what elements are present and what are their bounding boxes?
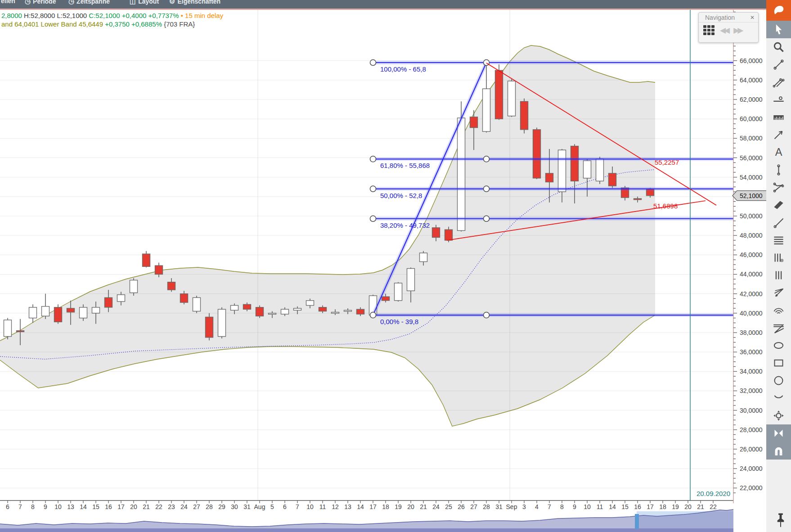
candle-body[interactable]: [42, 307, 49, 316]
candle-body[interactable]: [596, 159, 604, 181]
close-icon[interactable]: ✕: [750, 14, 755, 21]
compare-tool-icon[interactable]: [766, 424, 791, 442]
move-tool-icon[interactable]: [766, 407, 791, 424]
candle-body[interactable]: [206, 317, 213, 337]
candle-body[interactable]: [357, 309, 364, 314]
candle-body[interactable]: [306, 301, 314, 306]
candle-body[interactable]: [584, 161, 591, 178]
cursor-tool-icon[interactable]: [766, 21, 791, 38]
trend-arrow-tool-icon[interactable]: [766, 126, 791, 144]
candle-body[interactable]: [495, 70, 503, 119]
menu-item-layout[interactable]: ◫Layout: [130, 0, 159, 5]
candle-body[interactable]: [445, 230, 453, 240]
navigate-back-button[interactable]: ◀◀: [720, 26, 728, 35]
candle-body[interactable]: [193, 298, 201, 311]
date-axis-label: 18: [382, 503, 389, 510]
crossed-lines-tool-icon[interactable]: [766, 179, 791, 196]
candle-body[interactable]: [54, 307, 62, 322]
fib-handle[interactable]: [370, 60, 376, 66]
candle-body[interactable]: [634, 198, 642, 200]
candle-body[interactable]: [243, 304, 251, 309]
ruler-tool-icon[interactable]: [766, 108, 791, 126]
candle-body[interactable]: [218, 309, 226, 336]
zoom-tool-icon[interactable]: [766, 38, 791, 56]
candle-body[interactable]: [432, 228, 440, 238]
candle-body[interactable]: [395, 283, 402, 301]
magnet-tool-icon[interactable]: [766, 442, 791, 460]
ellipse-tool-icon[interactable]: [766, 337, 791, 354]
trendline-tool-icon[interactable]: [766, 56, 791, 73]
candle-body[interactable]: [319, 307, 327, 311]
fan-tool-icon[interactable]: [766, 284, 791, 302]
speed-lines-tool-icon[interactable]: [766, 319, 791, 337]
navigate-forward-button[interactable]: ▶▶: [733, 26, 742, 35]
price-axis-label: 40,0000: [740, 310, 763, 317]
candle-body[interactable]: [558, 150, 566, 192]
candle-body[interactable]: [117, 295, 125, 302]
fib-handle[interactable]: [370, 216, 376, 221]
candle-body[interactable]: [231, 306, 238, 311]
candle-body[interactable]: [470, 117, 478, 128]
fib-handle[interactable]: [484, 216, 490, 221]
fib-handle[interactable]: [370, 186, 376, 192]
candle-body[interactable]: [546, 173, 553, 182]
candle-body[interactable]: [168, 282, 175, 290]
horizontal-line-tool-icon[interactable]: [766, 91, 791, 108]
info-text-segment: {703 FRA}: [162, 20, 195, 28]
candle-body[interactable]: [344, 310, 352, 311]
candle-body[interactable]: [143, 254, 150, 266]
navigator-handle[interactable]: [635, 514, 639, 529]
candle-body[interactable]: [105, 298, 112, 307]
candle-body[interactable]: [269, 313, 276, 315]
date-axis-label: 17: [369, 503, 377, 510]
candle-body[interactable]: [458, 118, 465, 230]
candle-body[interactable]: [332, 312, 339, 314]
menu-item-eigenschaften[interactable]: ⚙Eigenschaften: [169, 0, 220, 5]
fib-handle[interactable]: [484, 156, 490, 162]
candle-body[interactable]: [4, 320, 12, 337]
candle-body[interactable]: [609, 173, 616, 186]
menu-item-zeitspanne[interactable]: ◷Zeitspanne: [68, 0, 110, 5]
candle-body[interactable]: [92, 307, 100, 313]
vertical-lines-tool-icon[interactable]: [766, 266, 791, 284]
pin-icon[interactable]: [774, 512, 787, 529]
fib-handle[interactable]: [370, 312, 376, 318]
rectangle-tool-icon[interactable]: [766, 354, 791, 372]
parallel-lines-tool-icon[interactable]: [766, 73, 791, 91]
trading-app-window: { "topbar": { "items": [ {"label": "elle…: [0, 0, 791, 532]
candle-body[interactable]: [420, 253, 427, 261]
grid-view-icon[interactable]: [703, 25, 715, 35]
candle-body[interactable]: [17, 331, 24, 332]
fib-time-tool-icon[interactable]: [766, 249, 791, 266]
candle-body[interactable]: [281, 309, 289, 314]
candle-body[interactable]: [508, 81, 516, 116]
candle-body[interactable]: [80, 307, 87, 318]
ray-tool-icon[interactable]: [766, 214, 791, 231]
menu-item-periode[interactable]: ◷Periode: [25, 0, 56, 5]
fib-handle[interactable]: [484, 186, 490, 192]
price-axis-label: 24,0000: [740, 465, 763, 472]
candle-body[interactable]: [533, 130, 541, 178]
candle-body[interactable]: [407, 269, 415, 291]
text-tool-icon[interactable]: A: [766, 144, 791, 161]
candle-body[interactable]: [521, 101, 528, 130]
channel-tool-icon[interactable]: [766, 196, 791, 214]
arc-tool-icon[interactable]: [766, 389, 791, 407]
candle-body[interactable]: [155, 266, 163, 274]
fib-handle[interactable]: [484, 312, 490, 318]
menu-item-ellen[interactable]: ellen: [1, 0, 15, 5]
candle-body[interactable]: [294, 308, 301, 310]
candle-body[interactable]: [483, 89, 490, 131]
circle-tool-icon[interactable]: [766, 372, 791, 389]
candle-body[interactable]: [256, 307, 264, 316]
fib-retracement-tool-icon[interactable]: [766, 231, 791, 249]
fib-handle[interactable]: [370, 156, 376, 162]
candle-body[interactable]: [29, 307, 37, 318]
vertical-line-tool-icon[interactable]: [766, 161, 791, 179]
candle-body[interactable]: [180, 294, 188, 302]
arcs-tool-icon[interactable]: [766, 302, 791, 319]
candle-body[interactable]: [130, 280, 138, 293]
date-axis-label: 13: [344, 503, 351, 510]
candle-body[interactable]: [67, 308, 75, 312]
candle-body[interactable]: [571, 146, 579, 181]
